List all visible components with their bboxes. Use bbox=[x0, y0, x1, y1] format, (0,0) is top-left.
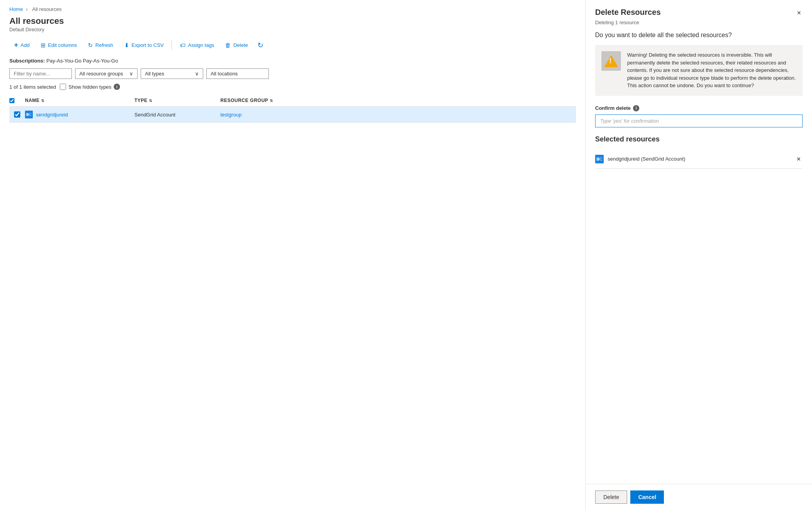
confirm-delete-input[interactable] bbox=[595, 115, 803, 127]
toolbar-divider bbox=[172, 41, 172, 50]
select-all-checkbox[interactable] bbox=[9, 98, 14, 103]
confirm-question: Do you want to delete all the selected r… bbox=[595, 32, 803, 39]
panel-delete-button[interactable]: Delete bbox=[595, 490, 627, 504]
warning-icon-wrap bbox=[601, 51, 621, 71]
remove-resource-button[interactable]: ✕ bbox=[795, 154, 803, 164]
header-type[interactable]: TYPE ⇅ bbox=[134, 98, 220, 103]
close-icon: × bbox=[797, 9, 801, 17]
toolbar: + Add ⊞ Edit columns ↻ Refresh ⬇ Export … bbox=[9, 39, 576, 52]
add-button[interactable]: + Add bbox=[9, 39, 34, 52]
table-row: sendgridjureid SendGrid Account testgrou… bbox=[9, 107, 576, 123]
selected-resources-section: Selected resources sendgridjureid (SendG… bbox=[595, 135, 803, 169]
show-hidden-types-label: Show hidden types bbox=[68, 84, 111, 90]
more-button[interactable]: ↻ bbox=[254, 39, 266, 51]
export-csv-button[interactable]: ⬇ Export to CSV bbox=[120, 39, 168, 51]
chevron-down-icon: ∨ bbox=[129, 71, 133, 77]
page-title: All resources bbox=[9, 16, 576, 26]
chevron-down-icon: ∨ bbox=[195, 71, 199, 77]
resource-name-text: sendgridjureid bbox=[36, 112, 68, 118]
info-icon[interactable]: i bbox=[114, 84, 120, 90]
close-panel-button[interactable]: × bbox=[795, 8, 803, 18]
close-small-icon: ✕ bbox=[796, 156, 801, 162]
page-subtitle: Default Directory bbox=[9, 27, 576, 32]
confirm-delete-section: Confirm delete i bbox=[595, 105, 803, 127]
confirm-info-icon[interactable]: i bbox=[633, 105, 639, 111]
subscriptions-value: Pay-As-You-Go bbox=[47, 58, 82, 64]
warning-triangle-icon bbox=[604, 55, 618, 67]
svg-rect-3 bbox=[26, 115, 29, 116]
breadcrumb-home[interactable]: Home bbox=[9, 6, 23, 12]
svg-rect-10 bbox=[600, 157, 602, 158]
show-hidden-types-wrap: Show hidden types i bbox=[60, 84, 120, 90]
tag-icon: 🏷 bbox=[180, 42, 186, 48]
plus-icon: + bbox=[14, 41, 18, 49]
panel-header: Delete Resources × bbox=[586, 0, 812, 18]
show-hidden-types-checkbox[interactable] bbox=[60, 84, 66, 90]
download-icon: ⬇ bbox=[124, 42, 129, 49]
refresh-button[interactable]: ↻ Refresh bbox=[83, 39, 118, 51]
locations-dropdown[interactable]: All locations bbox=[206, 68, 269, 79]
panel-cancel-button[interactable]: Cancel bbox=[630, 490, 664, 504]
header-checkbox-cell bbox=[9, 98, 25, 103]
delete-icon: 🗑 bbox=[225, 42, 231, 48]
assign-tags-button[interactable]: 🏷 Assign tags bbox=[175, 39, 219, 51]
table-header: NAME ⇅ TYPE ⇅ RESOURCE GROUP ⇅ bbox=[9, 95, 576, 107]
refresh-icon: ↻ bbox=[88, 42, 93, 49]
delete-button[interactable]: 🗑 Delete bbox=[220, 39, 253, 51]
selection-row: 1 of 1 items selected Show hidden types … bbox=[9, 84, 576, 90]
selected-resource-icon bbox=[595, 155, 604, 163]
resource-group-cell[interactable]: testgroup bbox=[220, 112, 306, 118]
resource-groups-dropdown[interactable]: All resource groups ∨ bbox=[75, 68, 138, 79]
subscriptions-row: Subscriptions: Pay-As-You-Go Pay-As-You-… bbox=[9, 58, 576, 64]
selected-resource-item: sendgridjureid (SendGrid Account) ✕ bbox=[595, 150, 803, 169]
panel-body: Do you want to delete all the selected r… bbox=[586, 32, 812, 484]
columns-icon: ⊞ bbox=[41, 42, 46, 49]
resource-type-cell: SendGrid Account bbox=[134, 112, 220, 118]
breadcrumb: Home › All resources bbox=[9, 6, 576, 12]
panel-footer: Delete Cancel bbox=[586, 484, 812, 510]
filters-row: All resource groups ∨ All types ∨ All lo… bbox=[9, 68, 576, 79]
panel-title: Delete Resources bbox=[595, 8, 661, 17]
confirm-delete-label: Confirm delete i bbox=[595, 105, 803, 111]
warning-text: Warning! Deleting the selected resources… bbox=[627, 51, 796, 89]
svg-rect-9 bbox=[597, 159, 599, 160]
delete-resources-panel: Delete Resources × Deleting 1 resource D… bbox=[585, 0, 812, 510]
left-panel: Home › All resources All resources Defau… bbox=[0, 0, 585, 510]
sort-icon: ⇅ bbox=[270, 98, 273, 103]
edit-columns-button[interactable]: ⊞ Edit columns bbox=[36, 39, 82, 51]
sort-icon: ⇅ bbox=[41, 98, 45, 103]
subscriptions-label: Subscriptions: bbox=[9, 58, 45, 64]
svg-rect-7 bbox=[597, 157, 599, 158]
row-select-checkbox[interactable] bbox=[14, 111, 20, 118]
svg-rect-4 bbox=[29, 113, 32, 114]
breadcrumb-current: All resources bbox=[32, 6, 61, 12]
sort-icon: ⇅ bbox=[149, 98, 152, 103]
selected-resource-name: sendgridjureid (SendGrid Account) bbox=[608, 156, 685, 162]
filter-name-input[interactable] bbox=[9, 68, 72, 79]
svg-rect-11 bbox=[600, 159, 602, 160]
selection-count: 1 of 1 items selected bbox=[9, 84, 56, 90]
panel-subtitle: Deleting 1 resource bbox=[586, 20, 812, 25]
warning-box: Warning! Deleting the selected resources… bbox=[595, 45, 803, 96]
svg-rect-8 bbox=[597, 159, 600, 159]
selected-resources-title: Selected resources bbox=[595, 135, 803, 143]
svg-rect-5 bbox=[29, 115, 32, 116]
types-dropdown[interactable]: All types ∨ bbox=[141, 68, 203, 79]
svg-rect-1 bbox=[26, 113, 29, 114]
sendgrid-resource-icon bbox=[25, 111, 33, 118]
header-name[interactable]: NAME ⇅ bbox=[25, 98, 134, 103]
resource-name-cell[interactable]: sendgridjureid bbox=[25, 111, 134, 118]
header-resource-group[interactable]: RESOURCE GROUP ⇅ bbox=[220, 98, 306, 103]
row-checkbox-cell bbox=[9, 111, 25, 118]
svg-rect-2 bbox=[26, 114, 29, 115]
